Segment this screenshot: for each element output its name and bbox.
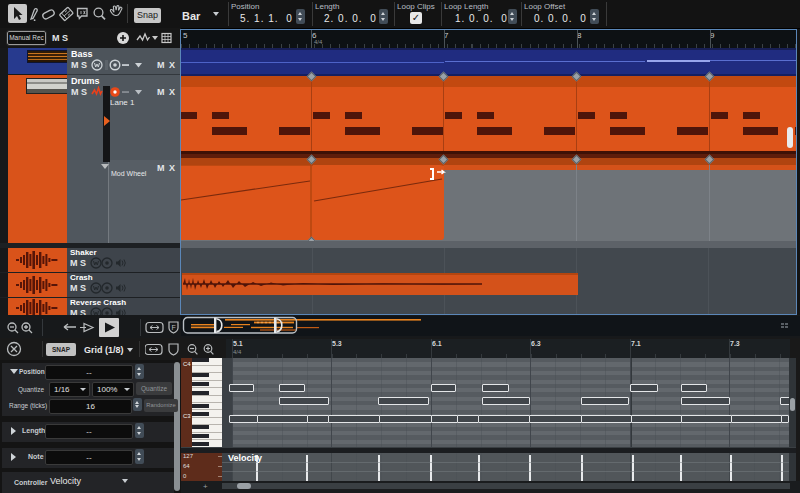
svg-text:F: F xyxy=(172,324,176,331)
